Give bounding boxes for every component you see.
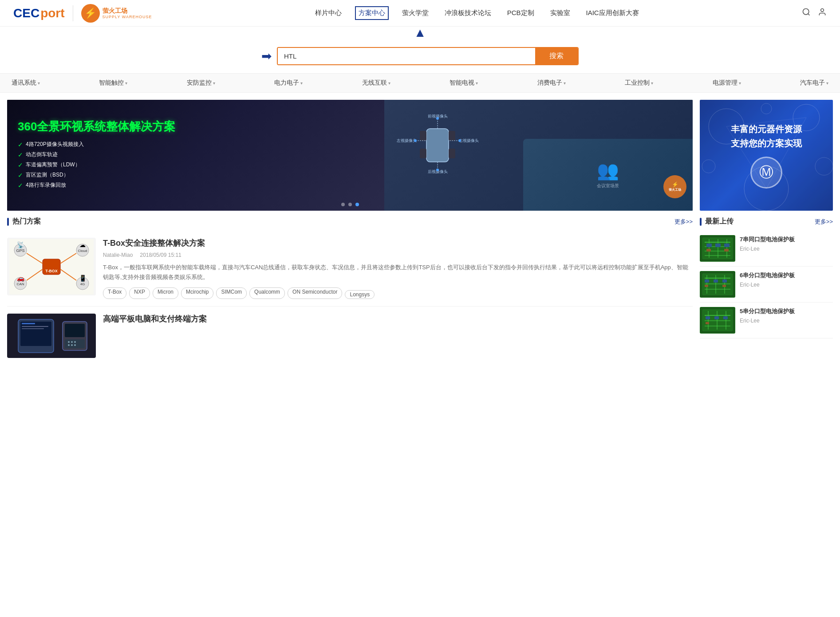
svg-rect-72: [706, 244, 712, 247]
dot-0[interactable]: [341, 203, 345, 206]
svg-rect-91: [702, 310, 733, 331]
cat-item-9[interactable]: 汽车电子 ▾: [793, 74, 836, 92]
solution-thumb-1[interactable]: [7, 314, 96, 358]
latest-uploads-header: 最新上传 更多>>: [700, 211, 833, 231]
svg-rect-41: [20, 322, 51, 346]
search-arrow-icon: ➡: [261, 50, 272, 63]
svg-text:🚗: 🚗: [17, 275, 25, 282]
cat-item-5[interactable]: 智能电视 ▾: [442, 74, 485, 92]
cat-item-4[interactable]: 无线互联 ▾: [355, 74, 398, 92]
right-banner-content: 丰富的元器件资源 支持您的方案实现 Ⓜ: [731, 122, 802, 189]
tag-5[interactable]: Qualcomm: [249, 287, 285, 299]
hot-solutions-header: 热门方案 更多>>: [7, 211, 693, 231]
cat-item-3[interactable]: 电力电子 ▾: [267, 74, 310, 92]
solution-thumb-0[interactable]: GPS Cloud CAN 4G T-BOX 📡 ☁: [7, 238, 96, 295]
tag-3[interactable]: Mcirochip: [181, 287, 213, 299]
nav-item-5[interactable]: 实验室: [548, 7, 573, 19]
svg-rect-89: [722, 285, 726, 287]
latest-title-0[interactable]: 7串同口型电池保护板: [740, 235, 833, 244]
tag-2[interactable]: Micron: [153, 287, 178, 299]
latest-uploads-title: 最新上传: [700, 217, 734, 226]
svg-rect-101: [706, 322, 709, 324]
check-icon: ✓: [18, 182, 23, 189]
latest-thumb-2[interactable]: [700, 307, 735, 334]
cat-item-2[interactable]: 安防监控 ▾: [180, 74, 222, 92]
cat-item-0[interactable]: 通讯系统 ▾: [4, 74, 47, 92]
latest-thumb-1[interactable]: [700, 271, 735, 298]
svg-rect-99: [714, 316, 719, 319]
logo-main[interactable]: CEC port: [13, 6, 65, 20]
solution-card-0: GPS Cloud CAN 4G T-BOX 📡 ☁: [7, 231, 693, 307]
latest-uploads-more[interactable]: 更多>>: [815, 218, 833, 226]
search-section: ➡ 搜索: [0, 39, 840, 73]
chevron-down-icon: ▾: [213, 81, 215, 86]
svg-rect-7: [449, 149, 455, 158]
nav-item-3[interactable]: 冲浪板技术论坛: [442, 7, 494, 19]
latest-title-2[interactable]: 5串分口型电池保护板: [740, 307, 833, 316]
tag-6[interactable]: ON Semiconductor: [288, 287, 342, 299]
latest-info-0: 7串同口型电池保护板 Eric-Lee: [740, 235, 833, 262]
banner-features: ✓4路720P摄像头视频接入 ✓动态倒车轨迹 ✓车道偏离预警（LDW） ✓盲区监…: [18, 141, 374, 192]
svg-text:📱: 📱: [79, 275, 87, 282]
cat-item-8[interactable]: 电源管理 ▾: [706, 74, 748, 92]
chevron-down-icon: ▾: [300, 81, 303, 86]
nav-item-1[interactable]: 方案中心: [355, 6, 389, 20]
logo-divider: [73, 5, 73, 21]
solution-date-0: 2018/05/09 15:11: [140, 252, 181, 258]
banner: 360全景环视系统整体解决方案 ✓4路720P摄像头视频接入 ✓动态倒车轨迹 ✓…: [7, 100, 693, 211]
cat-item-6[interactable]: 消费电子 ▾: [530, 74, 573, 92]
dot-1[interactable]: [348, 203, 352, 206]
svg-rect-73: [715, 244, 721, 247]
svg-point-61: [815, 157, 833, 175]
latest-author-0: Eric-Lee: [740, 246, 833, 252]
nav-item-6[interactable]: IAIC应用创新大赛: [584, 7, 642, 19]
latest-thumb-0[interactable]: [700, 235, 735, 262]
search-input[interactable]: [278, 48, 535, 64]
search-button[interactable]: 搜索: [535, 48, 578, 64]
logo-cec: CEC: [13, 6, 39, 20]
search-icon-btn[interactable]: [802, 8, 811, 19]
nav-item-2[interactable]: 萤火学堂: [399, 7, 431, 19]
svg-point-62: [761, 103, 772, 114]
banner-left: 360全景环视系统整体解决方案 ✓4路720P摄像头视频接入 ✓动态倒车轨迹 ✓…: [7, 100, 384, 211]
solution-desc-0: T-Box，一般指车联网系统中的智能车载终端，直接与汽车CAN总线通信，获取车身…: [103, 263, 693, 282]
latest-author-1: Eric-Lee: [740, 282, 833, 288]
svg-point-17: [414, 139, 417, 142]
tag-7[interactable]: Longsys: [345, 290, 375, 299]
chevron-down-icon: ▾: [476, 81, 478, 86]
svg-rect-85: [705, 279, 709, 283]
nav-item-4[interactable]: PCB定制: [505, 7, 537, 19]
nav-item-0[interactable]: 样片中心: [312, 7, 344, 19]
tag-1[interactable]: NXP: [129, 287, 150, 299]
right-banner[interactable]: 丰富的元器件资源 支持您的方案实现 Ⓜ: [700, 100, 833, 211]
cat-item-1[interactable]: 智能触控 ▾: [92, 74, 134, 92]
svg-point-53: [74, 344, 76, 346]
banner-slide: 360全景环视系统整体解决方案 ✓4路720P摄像头视频接入 ✓动态倒车轨迹 ✓…: [7, 100, 693, 211]
chevron-down-icon: ▾: [38, 81, 40, 86]
tag-4[interactable]: SIMCom: [216, 287, 247, 299]
tag-0[interactable]: T-Box: [103, 287, 126, 299]
cat-item-7[interactable]: 工业控制 ▾: [618, 74, 660, 92]
chevron-down-icon: ▾: [651, 81, 653, 86]
latest-title-1[interactable]: 6串分口型电池保护板: [740, 271, 833, 280]
user-icon-btn[interactable]: [818, 8, 827, 19]
logo-port: port: [40, 6, 64, 20]
solution-title-0[interactable]: T-Box安全连接整体解决方案: [103, 238, 693, 248]
hot-solutions-more[interactable]: 更多>>: [674, 218, 693, 226]
svg-text:右视摄像头: 右视摄像头: [458, 138, 478, 143]
solution-info-0: T-Box安全连接整体解决方案 Natalie-Miao 2018/05/09 …: [103, 238, 693, 299]
latest-info-2: 5串分口型电池保护板 Eric-Lee: [740, 307, 833, 334]
svg-point-51: [68, 344, 70, 346]
solution-author-0: Natalie-Miao: [103, 252, 133, 258]
latest-item-0: 7串同口型电池保护板 Eric-Lee: [700, 231, 833, 267]
latest-item-1: 6串分口型电池保护板 Eric-Lee: [700, 267, 833, 303]
feature-3: ✓盲区监测（BSD）: [18, 171, 374, 179]
search-bar: 搜索: [277, 47, 579, 65]
dot-2[interactable]: [355, 203, 359, 206]
hot-solutions-title: 热门方案: [7, 217, 41, 226]
svg-rect-4: [420, 131, 426, 141]
svg-text:GPS: GPS: [16, 248, 24, 253]
svg-rect-87: [722, 279, 727, 283]
logo-sub-cn: 萤火工场: [103, 7, 152, 15]
solution-title-1[interactable]: 高端平板电脑和支付终端方案: [103, 314, 693, 324]
